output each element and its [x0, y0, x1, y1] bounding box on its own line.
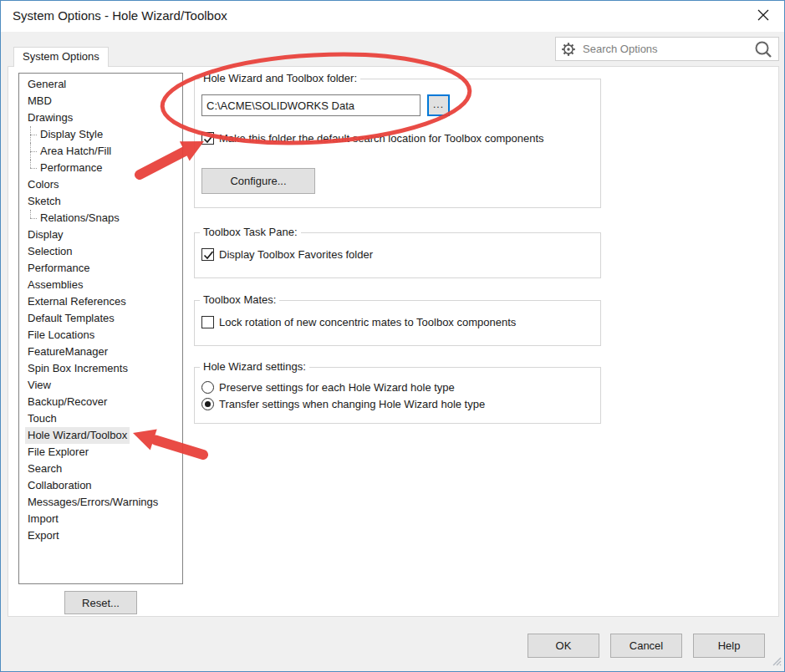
sidebar-item-mbd[interactable]: MBD — [19, 93, 182, 109]
sidebar-item-label: MBD — [25, 93, 54, 109]
tab-system-options[interactable]: System Options — [13, 47, 109, 67]
configure-button[interactable]: Configure... — [201, 168, 315, 194]
folder-groupbox: Hole Wizard and Toolbox folder: ... Make… — [194, 79, 601, 208]
sidebar-item-export[interactable]: Export — [19, 527, 182, 544]
sidebar-item-featuremanager[interactable]: FeatureManager — [19, 344, 182, 360]
tree-connector — [25, 160, 38, 176]
preserve-settings-row[interactable]: Preserve settings for each Hole Wizard h… — [201, 381, 455, 394]
tree-connector — [25, 126, 38, 143]
tab-page: GeneralMBDDrawingsDisplay StyleArea Hatc… — [8, 66, 779, 617]
help-button[interactable]: Help — [693, 634, 765, 658]
cancel-button[interactable]: Cancel — [610, 634, 682, 658]
dialog-title: System Options - Hole Wizard/Toolbox — [13, 8, 227, 23]
mates-groupbox: Toolbox Mates: Lock rotation of new conc… — [194, 300, 601, 346]
sidebar-item-label: Colors — [25, 176, 62, 193]
default-search-row[interactable]: Make this folder the default search loca… — [201, 132, 544, 145]
sidebar-item-label: Collaboration — [25, 477, 94, 494]
favorites-label: Display Toolbox Favorites folder — [219, 248, 373, 261]
sidebar-item-label: Import — [25, 511, 61, 527]
gear-icon — [561, 42, 576, 57]
close-icon — [757, 8, 770, 24]
sidebar-item-label: External References — [25, 293, 129, 310]
transfer-settings-radio[interactable] — [201, 398, 214, 410]
task-pane-groupbox: Toolbox Task Pane: Display Toolbox Favor… — [194, 232, 601, 278]
sidebar-item-area-hatch-fill[interactable]: Area Hatch/Fill — [19, 143, 182, 160]
folder-group-legend: Hole Wizard and Toolbox folder: — [200, 72, 360, 84]
sidebar-item-touch[interactable]: Touch — [19, 410, 182, 427]
sidebar-item-selection[interactable]: Selection — [19, 243, 182, 260]
sidebar-item-label: Backup/Recover — [25, 394, 110, 410]
search-icon[interactable] — [753, 39, 773, 59]
system-options-dialog: System Options - Hole Wizard/Toolbox — [0, 0, 785, 672]
sidebar-item-label: File Explorer — [25, 444, 91, 461]
preserve-settings-label: Preserve settings for each Hole Wizard h… — [219, 381, 455, 394]
search-input[interactable] — [581, 42, 753, 56]
mates-legend: Toolbox Mates: — [200, 293, 279, 306]
sidebar-item-file-explorer[interactable]: File Explorer — [19, 444, 182, 461]
sidebar-item-label: Sketch — [25, 193, 64, 210]
sidebar-item-label: Messages/Errors/Warnings — [25, 494, 161, 511]
sidebar-item-label: Spin Box Increments — [25, 360, 130, 377]
search-options-box[interactable] — [555, 37, 779, 61]
resize-grip-icon[interactable] — [770, 654, 782, 669]
sidebar-item-import[interactable]: Import — [19, 511, 182, 527]
sidebar-item-collaboration[interactable]: Collaboration — [19, 477, 182, 494]
sidebar-item-view[interactable]: View — [19, 377, 182, 394]
sidebar-item-display[interactable]: Display — [19, 227, 182, 243]
tab-label: System Options — [23, 50, 99, 63]
sidebar-item-label: Search — [25, 461, 64, 477]
sidebar-item-sketch[interactable]: Sketch — [19, 193, 182, 210]
task-pane-legend: Toolbox Task Pane: — [200, 226, 301, 238]
sidebar-item-spin-box-increments[interactable]: Spin Box Increments — [19, 360, 182, 377]
lock-rotation-checkbox[interactable] — [201, 316, 214, 328]
lock-rotation-label: Lock rotation of new concentric mates to… — [219, 316, 516, 328]
close-button[interactable] — [748, 3, 778, 29]
sidebar-item-drawings[interactable]: Drawings — [19, 109, 182, 126]
sidebar-item-relations-snaps[interactable]: Relations/Snaps — [19, 210, 182, 227]
sidebar-item-performance[interactable]: Performance — [19, 160, 182, 176]
sidebar-item-label: Display — [25, 227, 66, 243]
hole-wizard-settings-groupbox: Hole Wizard settings: Preserve settings … — [194, 367, 601, 424]
sidebar-item-label: Drawings — [25, 109, 75, 126]
sidebar-item-label: General — [25, 76, 69, 93]
sidebar-item-performance[interactable]: Performance — [19, 260, 182, 277]
sidebar-item-label: Export — [25, 527, 62, 544]
sidebar-item-label: View — [25, 377, 54, 394]
browse-button[interactable]: ... — [427, 94, 450, 116]
sidebar-item-label: Hole Wizard/Toolbox — [25, 427, 130, 444]
ok-button[interactable]: OK — [528, 634, 599, 658]
options-tree[interactable]: GeneralMBDDrawingsDisplay StyleArea Hatc… — [18, 73, 183, 584]
sidebar-item-backup-recover[interactable]: Backup/Recover — [19, 394, 182, 410]
toolbox-folder-input[interactable] — [201, 94, 421, 116]
sidebar-item-search[interactable]: Search — [19, 461, 182, 477]
transfer-settings-label: Transfer settings when changing Hole Wiz… — [219, 398, 485, 410]
title-bar: System Options - Hole Wizard/Toolbox — [1, 1, 784, 32]
reset-button[interactable]: Reset... — [64, 591, 137, 614]
favorites-checkbox[interactable] — [201, 248, 214, 261]
sidebar-item-label: Performance — [38, 160, 104, 176]
sidebar-item-label: Assemblies — [25, 277, 85, 293]
default-search-checkbox[interactable] — [201, 132, 214, 145]
sidebar-item-hole-wizard-toolbox[interactable]: Hole Wizard/Toolbox — [19, 427, 182, 444]
sidebar-item-label: Default Templates — [25, 310, 117, 327]
sidebar-item-default-templates[interactable]: Default Templates — [19, 310, 182, 327]
sidebar-item-label: Relations/Snaps — [38, 210, 122, 227]
sidebar-item-label: Touch — [25, 410, 59, 427]
sidebar-item-label: Area Hatch/Fill — [38, 143, 114, 160]
lock-rotation-row[interactable]: Lock rotation of new concentric mates to… — [201, 316, 516, 328]
sidebar-item-assemblies[interactable]: Assemblies — [19, 277, 182, 293]
favorites-row[interactable]: Display Toolbox Favorites folder — [201, 248, 373, 261]
sidebar-item-label: FeatureManager — [25, 344, 110, 360]
sidebar-item-display-style[interactable]: Display Style — [19, 126, 182, 143]
default-search-label: Make this folder the default search loca… — [219, 132, 544, 145]
sidebar-item-label: Performance — [25, 260, 92, 277]
sidebar-item-external-references[interactable]: External References — [19, 293, 182, 310]
sidebar-item-messages-errors-warnings[interactable]: Messages/Errors/Warnings — [19, 494, 182, 511]
hole-wizard-settings-legend: Hole Wizard settings: — [200, 360, 309, 373]
transfer-settings-row[interactable]: Transfer settings when changing Hole Wiz… — [201, 398, 485, 410]
sidebar-item-file-locations[interactable]: File Locations — [19, 327, 182, 344]
preserve-settings-radio[interactable] — [201, 381, 214, 394]
sidebar-item-general[interactable]: General — [19, 76, 182, 93]
sidebar-item-colors[interactable]: Colors — [19, 176, 182, 193]
sidebar-item-label: File Locations — [25, 327, 97, 344]
